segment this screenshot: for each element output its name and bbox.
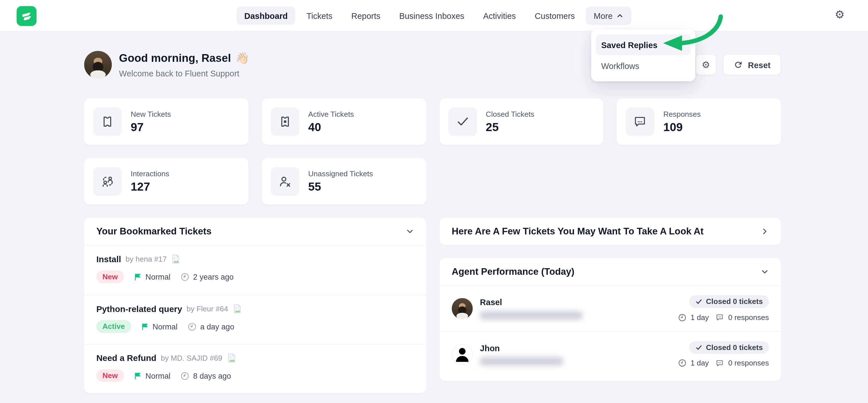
stat-label: New Tickets [131, 110, 171, 118]
response-time: 1 day [691, 359, 709, 367]
stat-card-closed-tickets: Closed Tickets 25 [439, 98, 603, 145]
check-icon [695, 344, 703, 351]
ticket-title[interactable]: Install [96, 254, 121, 264]
clock-icon [181, 272, 189, 281]
stat-label: Unassigned Tickets [308, 169, 373, 178]
clock-icon [181, 371, 189, 380]
nav-customers[interactable]: Customers [527, 7, 583, 25]
bookmarked-ticket-row[interactable]: Python-related query by Fleur #64 Active [84, 295, 426, 344]
gear-icon: ⚙ [835, 8, 845, 20]
clock-icon [678, 313, 687, 322]
agent-name: Jhon [480, 343, 563, 352]
ticket-time: 8 days ago [193, 371, 231, 380]
responses-count: 0 responses [728, 313, 769, 322]
stat-value: 97 [131, 120, 171, 133]
agent-email-redacted [480, 357, 563, 365]
image-attachment-icon [227, 352, 236, 363]
logo-glyph [20, 10, 32, 22]
bookmarked-ticket-row[interactable]: Need a Refund by MD. SAJID #69 New [84, 344, 426, 393]
image-attachment-icon [171, 254, 181, 265]
reset-button[interactable]: Reset [723, 54, 781, 75]
nav-dashboard[interactable]: Dashboard [237, 7, 296, 25]
greeting-title-text: Good morning, Rasel [119, 52, 231, 64]
stat-value: 127 [131, 180, 169, 193]
stat-card-responses: Responses 109 [617, 98, 781, 145]
right-column: Here Are A Few Tickets You May Want To T… [440, 218, 781, 393]
stat-card-active-tickets: Active Tickets 40 [261, 98, 426, 145]
check-icon [695, 298, 703, 305]
bookmarked-tickets-header[interactable]: Your Bookmarked Tickets [84, 218, 426, 245]
closed-tickets-badge: Closed 0 tickets [689, 341, 769, 354]
chat-bubble-icon [716, 313, 724, 322]
ticket-title[interactable]: Python-related query [96, 304, 182, 314]
nav-tickets[interactable]: Tickets [299, 7, 340, 25]
ticket-time: a day ago [200, 322, 235, 331]
topbar: Dashboard Tickets Reports Business Inbox… [0, 0, 868, 32]
priority-label: Normal [146, 272, 170, 281]
status-badge: Active [96, 320, 131, 333]
stat-label: Interactions [131, 169, 169, 178]
ticket-title[interactable]: Need a Refund [96, 353, 156, 363]
menu-item-saved-replies[interactable]: Saved Replies [596, 34, 691, 55]
reset-label: Reset [748, 60, 771, 70]
nav-business-inboxes[interactable]: Business Inboxes [392, 7, 472, 25]
flag-icon [134, 273, 142, 280]
people-icon [93, 167, 122, 196]
ticket-active-icon [271, 107, 299, 136]
status-badge: New [96, 369, 124, 382]
ticket-meta: by hena #17 [125, 255, 167, 263]
main-nav: Dashboard Tickets Reports Business Inbox… [237, 0, 631, 32]
stat-label: Closed Tickets [486, 110, 534, 118]
dashboard-actions: ⚙ Reset [695, 54, 781, 75]
refresh-icon [734, 60, 743, 70]
fluent-support-logo[interactable] [17, 6, 37, 26]
stat-card-new-tickets: New Tickets 97 [84, 98, 248, 145]
ticket-icon [93, 107, 122, 136]
agent-name: Rasel [480, 297, 582, 307]
response-time: 1 day [691, 313, 709, 322]
bookmarked-ticket-row[interactable]: Install by hena #17 New [84, 245, 426, 295]
priority-label: Normal [152, 322, 177, 331]
chevron-down-icon[interactable] [761, 268, 769, 276]
person-silhouette-icon [453, 345, 472, 364]
user-avatar [84, 51, 112, 79]
stat-value: 109 [663, 120, 701, 133]
nav-reports[interactable]: Reports [344, 7, 388, 25]
chevron-down-icon[interactable] [406, 227, 414, 236]
chevron-up-icon [616, 12, 624, 19]
agent-avatar [452, 298, 472, 319]
nav-more[interactable]: More [586, 7, 631, 25]
image-attachment-icon [232, 304, 242, 314]
stat-value: 55 [308, 180, 373, 193]
panel-title: Agent Performance (Today) [452, 266, 574, 277]
dashboard-settings-button[interactable]: ⚙ [695, 54, 716, 75]
person-x-icon [271, 167, 299, 196]
stat-label: Active Tickets [308, 110, 354, 118]
closed-label: Closed 0 tickets [706, 343, 763, 351]
stat-label: Responses [663, 110, 701, 118]
suggested-tickets-panel[interactable]: Here Are A Few Tickets You May Want To T… [440, 218, 781, 245]
greeting-title: Good morning, Rasel 👋🏻 [119, 52, 249, 65]
app: Dashboard Tickets Reports Business Inbox… [0, 0, 868, 403]
agent-row: Jhon Closed 0 tickets [440, 331, 781, 376]
agent-email-redacted [480, 311, 582, 320]
stat-card-interactions: Interactions 127 [84, 158, 248, 204]
more-menu: Saved Replies Workflows [591, 29, 695, 81]
closed-tickets-badge: Closed 0 tickets [689, 295, 769, 308]
nav-activities[interactable]: Activities [475, 7, 524, 25]
closed-label: Closed 0 tickets [706, 297, 763, 306]
nav-more-label: More [594, 11, 613, 21]
flag-icon [134, 372, 142, 379]
agent-performance-panel: Agent Performance (Today) Rasel [440, 258, 781, 381]
stat-value: 25 [486, 120, 534, 133]
greeting-subtitle: Welcome back to Fluent Support [119, 69, 249, 78]
stats-grid: New Tickets 97 Active Tickets 40 [84, 98, 781, 205]
ticket-meta: by MD. SAJID #69 [161, 354, 222, 362]
menu-item-workflows[interactable]: Workflows [596, 55, 691, 76]
chevron-right-icon[interactable] [761, 227, 769, 236]
greeting-text: Good morning, Rasel 👋🏻 Welcome back to F… [119, 52, 249, 78]
chat-bubble-icon [626, 107, 654, 136]
global-settings-button[interactable]: ⚙ [835, 9, 847, 21]
priority-label: Normal [146, 371, 170, 380]
agent-performance-header[interactable]: Agent Performance (Today) [440, 258, 781, 286]
